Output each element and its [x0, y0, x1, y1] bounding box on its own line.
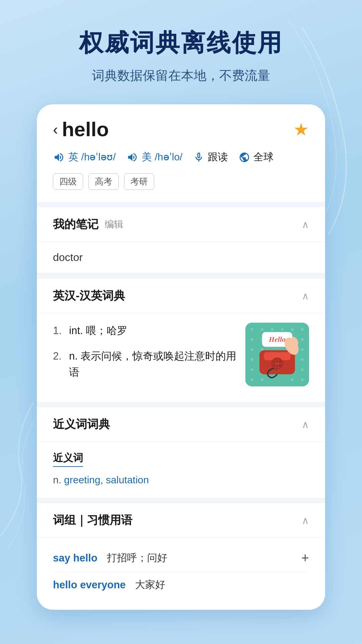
dictionary-title: 英汉-汉英词典: [53, 288, 125, 304]
svg-point-19: [251, 378, 253, 381]
def-text-2: n. 表示问候，惊奇或唤起注意时的用语: [69, 348, 237, 380]
dictionary-content: 1. int. 喂；哈罗 2. n. 表示问候，惊奇或唤起注意时的用语: [37, 313, 325, 402]
british-pron-button[interactable]: 英 /həˈləʊ/: [53, 150, 116, 164]
definition-1: 1. int. 喂；哈罗: [53, 323, 237, 339]
favorite-star-icon[interactable]: ★: [293, 119, 309, 140]
synonyms-section: 近义词词典 ∧ 近义词 n. greeting, salutation: [37, 407, 325, 498]
svg-point-6: [301, 328, 304, 331]
synonyms-title: 近义词词典: [53, 417, 110, 432]
phrase-hello-everyone[interactable]: hello everyone: [53, 579, 126, 591]
dictionary-image: Hello: [245, 323, 309, 386]
svg-point-17: [251, 368, 253, 371]
svg-point-5: [291, 328, 294, 331]
definitions-list: 1. int. 喂；哈罗 2. n. 表示问候，惊奇或唤起注意时的用语: [53, 323, 237, 390]
svg-point-38: [274, 364, 276, 366]
svg-point-27: [291, 378, 294, 381]
phrase-add-button-1[interactable]: +: [301, 550, 309, 566]
svg-point-35: [274, 361, 276, 363]
phrase-item-say-hello: say hello 打招呼；问好 +: [53, 544, 309, 572]
my-notes-content: doctor: [37, 242, 325, 273]
dictionary-card: ‹ hello ★ 英 /həˈləʊ/: [37, 104, 325, 610]
svg-point-39: [276, 365, 278, 367]
svg-point-40: [279, 364, 281, 366]
synonym-salutation[interactable]: salutation: [106, 474, 149, 486]
dictionary-header[interactable]: 英汉-汉英词典 ∧: [37, 279, 325, 313]
global-button[interactable]: 全球: [239, 150, 274, 164]
phrase-say-hello[interactable]: say hello: [53, 552, 98, 564]
svg-point-24: [301, 358, 304, 361]
speaker-british-icon: [53, 151, 65, 163]
svg-text:Hello: Hello: [268, 335, 286, 343]
pronunciation-row: 英 /həˈləʊ/ 美 /həˈlo/ 跟读: [53, 150, 309, 164]
my-notes-title: 我的笔记: [53, 217, 99, 232]
british-pron-label: 英 /həˈləʊ/: [68, 150, 116, 164]
my-notes-chevron-icon: ∧: [302, 219, 309, 230]
tag-kaoyan: 考研: [124, 173, 154, 190]
tag-cet4: 四级: [53, 173, 83, 190]
svg-point-4: [281, 328, 284, 331]
synonyms-content: 近义词 n. greeting, salutation: [37, 442, 325, 498]
synonyms-header[interactable]: 近义词词典 ∧: [37, 407, 325, 442]
def-num-2: 2.: [53, 348, 65, 380]
def-text-1: int. 喂；哈罗: [69, 323, 127, 339]
svg-point-20: [261, 378, 263, 381]
my-notes-edit-button[interactable]: 编辑: [105, 218, 123, 231]
svg-point-7: [251, 338, 253, 341]
svg-point-12: [301, 338, 304, 341]
american-pron-label: 美 /həˈlo/: [142, 150, 182, 164]
follow-read-label: 跟读: [208, 150, 228, 164]
phrases-chevron-icon: ∧: [302, 515, 309, 526]
synonyms-label: 近义词: [53, 451, 83, 467]
tag-gaokao: 高考: [88, 173, 119, 190]
phrases-header[interactable]: 词组｜习惯用语 ∧: [37, 503, 325, 538]
phrases-content: say hello 打招呼；问好 + hello everyone 大家好: [37, 538, 325, 610]
dictionary-section: 英汉-汉英词典 ∧ 1. int. 喂；哈罗 2. n. 表示问候，惊奇或唤起注…: [37, 279, 325, 402]
american-pron-button[interactable]: 美 /həˈlo/: [126, 150, 182, 164]
svg-point-22: [301, 348, 304, 351]
back-button[interactable]: ‹: [53, 122, 58, 137]
my-notes-header[interactable]: 我的笔记 编辑 ∧: [37, 207, 325, 242]
word-header: ‹ hello ★ 英 /həˈləʊ/: [37, 104, 325, 202]
synonyms-chevron-icon: ∧: [302, 419, 309, 430]
svg-point-26: [301, 368, 304, 371]
definition-2: 2. n. 表示问候，惊奇或唤起注意时的用语: [53, 348, 237, 380]
dictionary-chevron-icon: ∧: [302, 290, 309, 302]
svg-point-13: [251, 348, 253, 351]
hero-title: 权威词典离线使用: [79, 27, 283, 59]
synonym-pos: n.: [53, 474, 61, 486]
svg-point-28: [301, 378, 304, 381]
speaker-american-icon: [126, 151, 138, 163]
svg-point-37: [279, 361, 281, 363]
phrase-hello-everyone-meaning: 大家好: [135, 578, 165, 592]
synonym-greeting[interactable]: greeting,: [64, 474, 103, 486]
hero-subtitle: 词典数据保留在本地，不费流量: [92, 67, 270, 84]
phrases-title: 词组｜习惯用语: [53, 513, 132, 528]
phrases-section: 词组｜习惯用语 ∧ say hello 打招呼；问好 + hello every…: [37, 503, 325, 610]
svg-point-3: [271, 328, 274, 331]
phrase-say-hello-meaning: 打招呼；问好: [107, 551, 167, 565]
svg-point-1: [251, 328, 253, 331]
global-label: 全球: [253, 150, 274, 164]
word-display: hello: [62, 118, 109, 141]
svg-point-2: [261, 328, 263, 331]
exam-tags-row: 四级 高考 考研: [53, 173, 309, 190]
phrase-item-hello-everyone: hello everyone 大家好: [53, 572, 309, 598]
svg-point-15: [251, 358, 253, 361]
follow-read-button[interactable]: 跟读: [193, 150, 228, 164]
svg-point-36: [276, 360, 278, 362]
def-num-1: 1.: [53, 323, 65, 339]
my-notes-section: 我的笔记 编辑 ∧ doctor: [37, 207, 325, 273]
